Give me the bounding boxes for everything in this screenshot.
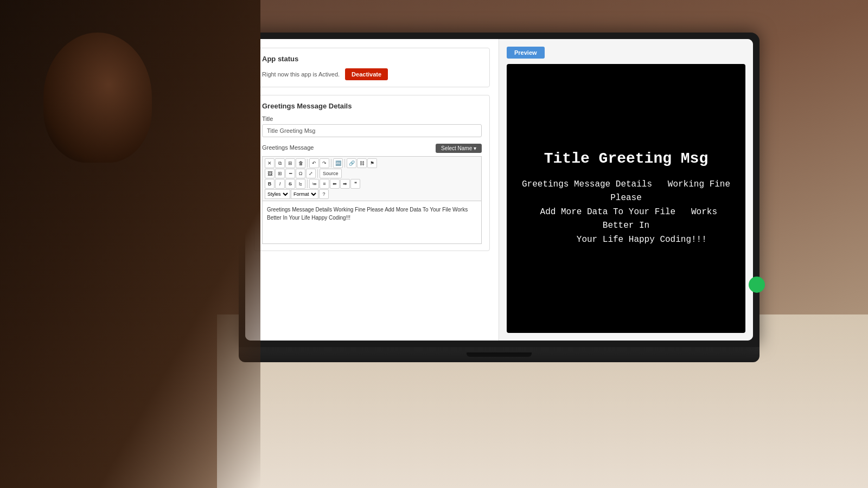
toolbar-indent[interactable]: ➡ <box>340 179 350 189</box>
toolbar-ol[interactable]: ≔ <box>309 179 319 189</box>
toolbar-row-3: B I S I₂ ≔ ≡ ⬅ ➡ ❝ <box>265 179 479 189</box>
toolbar-help[interactable]: ? <box>319 189 329 199</box>
message-label: Greetings Message <box>262 144 314 151</box>
preview-body: Greetings Message Details Working Fine P… <box>518 178 735 247</box>
format-select[interactable]: Format <box>291 189 318 199</box>
person-silhouette <box>0 0 260 488</box>
app-status-title: App status <box>262 55 482 63</box>
toolbar-unlink[interactable]: ⛓ <box>357 158 367 168</box>
screen-bezel: App status Right now this app is Actived… <box>245 39 753 341</box>
toolbar-redo[interactable]: ↷ <box>320 158 329 168</box>
toolbar-undo[interactable]: ↶ <box>309 158 319 168</box>
toolbar-strikethrough[interactable]: S <box>285 179 295 189</box>
green-circle-button[interactable] <box>749 277 753 293</box>
toolbar-outdent[interactable]: ⬅ <box>330 179 340 189</box>
toolbar-image[interactable]: 🖼 <box>265 169 275 178</box>
app-status-section: App status Right now this app is Actived… <box>254 48 490 87</box>
message-header: Greetings Message Select Name ▾ <box>262 144 482 153</box>
sep5 <box>307 179 308 188</box>
laptop: App status Right now this app is Actived… <box>239 33 760 362</box>
styles-select[interactable]: Styles <box>265 189 290 199</box>
toolbar-link[interactable]: 🔗 <box>347 158 356 168</box>
sep4 <box>317 169 318 178</box>
laptop-base <box>239 347 760 362</box>
scene: App status Right now this app is Actived… <box>0 0 868 488</box>
toolbar-row-1: ✕ ⧉ ⊞ 🗑 ↶ ↷ 🔤 <box>265 158 479 168</box>
toolbar-spellcheck[interactable]: 🔤 <box>333 158 343 168</box>
toolbar-blockquote[interactable]: ❝ <box>350 179 360 189</box>
toolbar-anchor[interactable]: ⚑ <box>367 158 377 168</box>
toolbar-source[interactable]: Source <box>320 169 342 178</box>
select-name-button[interactable]: Select Name ▾ <box>436 144 482 153</box>
toolbar-row-4: Styles Format ? <box>265 189 479 199</box>
toolbar-row-2: 🖼 ⊞ ━ Ω ⤢ Source <box>265 169 479 178</box>
toolbar-hline[interactable]: ━ <box>285 169 295 178</box>
sep1 <box>307 159 308 168</box>
editor-content-area[interactable]: Greetings Message Details Working Fine P… <box>262 201 482 244</box>
title-label: Title <box>262 115 482 122</box>
laptop-notch <box>467 352 532 357</box>
toolbar-bold[interactable]: B <box>265 179 275 189</box>
greetings-section: Greetings Message Details Title Greeting… <box>254 95 490 251</box>
preview-title: Title Greeting Msg <box>544 150 708 167</box>
toolbar-italic[interactable]: I <box>275 179 285 189</box>
toolbar-special-char[interactable]: Ω <box>296 169 305 178</box>
laptop-screen: App status Right now this app is Actived… <box>239 33 760 347</box>
deactivate-button[interactable]: Deactivate <box>345 68 388 80</box>
person-head <box>43 33 152 163</box>
toolbar-delete[interactable]: 🗑 <box>296 158 305 168</box>
toolbar-copy[interactable]: ⧉ <box>275 158 285 168</box>
editor-toolbar: ✕ ⧉ ⊞ 🗑 ↶ ↷ 🔤 <box>262 156 482 201</box>
toolbar-maximize[interactable]: ⤢ <box>306 169 316 178</box>
left-panel: App status Right now this app is Actived… <box>245 39 499 341</box>
preview-box: Title Greeting Msg Greetings Message Det… <box>507 64 745 333</box>
toolbar-table[interactable]: ⊞ <box>275 169 285 178</box>
right-panel: Preview Title Greeting Msg Greetings Mes… <box>499 39 753 341</box>
preview-button[interactable]: Preview <box>507 47 545 59</box>
sep3 <box>344 159 345 168</box>
status-row: Right now this app is Actived. Deactivat… <box>262 68 482 80</box>
sep2 <box>331 159 331 168</box>
greetings-title: Greetings Message Details <box>262 102 482 110</box>
title-input[interactable] <box>262 124 482 137</box>
laptop-wrapper: App status Right now this app is Actived… <box>174 22 825 488</box>
toolbar-subscript[interactable]: I₂ <box>296 179 305 189</box>
status-text: Right now this app is Actived. <box>262 71 340 78</box>
toolbar-ul[interactable]: ≡ <box>320 179 329 189</box>
screen-content: App status Right now this app is Actived… <box>245 39 753 341</box>
toolbar-cut[interactable]: ✕ <box>265 158 275 168</box>
toolbar-paste[interactable]: ⊞ <box>285 158 295 168</box>
